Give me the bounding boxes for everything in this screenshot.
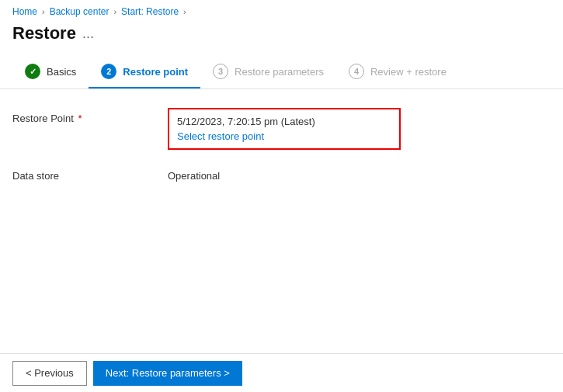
page-title-ellipsis[interactable]: ...	[82, 26, 94, 42]
page-title: Restore	[12, 23, 76, 43]
tab-review-restore-badge: 4	[349, 64, 364, 79]
tab-basics-badge: ✓	[25, 64, 40, 79]
breadcrumb-sep-1: ›	[42, 7, 45, 16]
breadcrumb-sep-3: ›	[183, 7, 186, 16]
tab-restore-parameters: 3 Restore parameters	[200, 56, 336, 88]
tab-basics-label: Basics	[47, 66, 76, 78]
breadcrumb: Home › Backup center › Start: Restore ›	[0, 0, 563, 20]
tab-review-restore-label: Review + restore	[370, 66, 447, 78]
restore-point-label: Restore Point *	[12, 108, 168, 124]
restore-point-box: 5/12/2023, 7:20:15 pm (Latest) Select re…	[168, 108, 401, 150]
required-star: *	[75, 113, 82, 124]
tab-restore-point[interactable]: 2 Restore point	[89, 56, 200, 88]
previous-button[interactable]: < Previous	[12, 361, 87, 386]
data-store-label: Data store	[12, 165, 168, 182]
content-area: Restore Point * 5/12/2023, 7:20:15 pm (L…	[0, 89, 563, 216]
select-restore-point-link[interactable]: Select restore point	[177, 130, 264, 142]
tab-restore-point-badge: 2	[101, 64, 116, 79]
data-store-row: Data store Operational	[12, 165, 551, 182]
restore-point-value: 5/12/2023, 7:20:15 pm (Latest) Select re…	[168, 108, 551, 150]
breadcrumb-start-restore[interactable]: Start: Restore	[121, 6, 179, 17]
data-store-text: Operational	[168, 165, 551, 182]
tab-restore-parameters-label: Restore parameters	[235, 66, 324, 78]
breadcrumb-sep-2: ›	[113, 7, 116, 16]
tabs-container: ✓ Basics 2 Restore point 3 Restore param…	[0, 56, 563, 89]
next-button[interactable]: Next: Restore parameters >	[93, 361, 242, 386]
restore-point-text: 5/12/2023, 7:20:15 pm (Latest)	[177, 116, 391, 127]
breadcrumb-backup-center[interactable]: Backup center	[50, 6, 109, 17]
tab-restore-parameters-badge: 3	[213, 64, 228, 79]
breadcrumb-home[interactable]: Home	[12, 6, 37, 17]
page-title-row: Restore ...	[0, 20, 563, 56]
tab-restore-point-label: Restore point	[123, 66, 188, 78]
restore-point-row: Restore Point * 5/12/2023, 7:20:15 pm (L…	[12, 108, 551, 150]
footer: < Previous Next: Restore parameters >	[0, 353, 563, 392]
data-store-value: Operational	[168, 165, 551, 182]
tab-review-restore: 4 Review + restore	[336, 56, 459, 88]
tab-basics[interactable]: ✓ Basics	[12, 56, 89, 88]
